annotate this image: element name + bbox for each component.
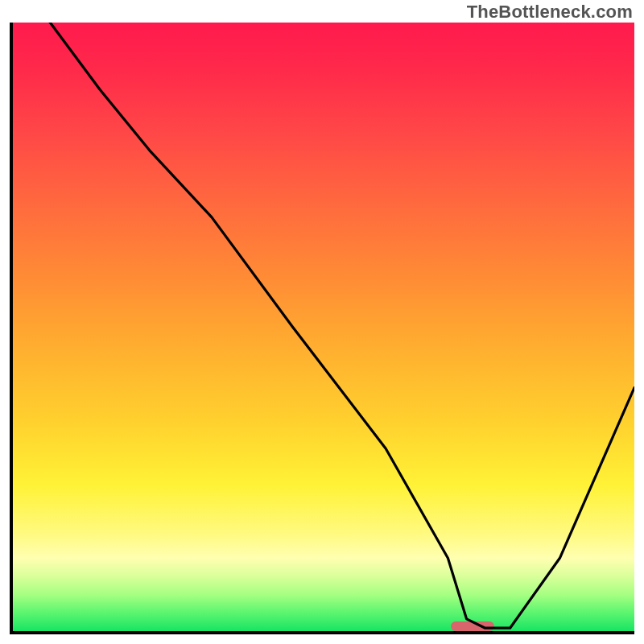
- watermark-text: TheBottleneck.com: [467, 2, 633, 23]
- curve-line: [13, 23, 634, 631]
- plot-area: [10, 23, 634, 634]
- chart-container: { "watermark": "TheBottleneck.com", "cha…: [0, 0, 644, 644]
